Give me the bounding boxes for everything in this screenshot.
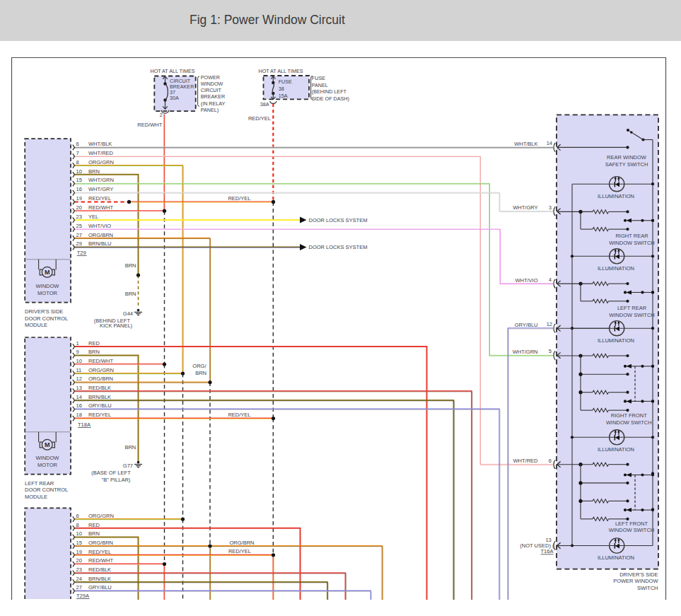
svg-text:6: 6 — [76, 513, 79, 519]
svg-text:BRN: BRN — [88, 168, 100, 175]
svg-text:RED/YEL: RED/YEL — [228, 548, 251, 554]
svg-text:BREAKER: BREAKER — [201, 93, 225, 100]
svg-text:RED/YEL: RED/YEL — [228, 412, 250, 418]
svg-text:6: 6 — [549, 458, 552, 464]
svg-text:RED/YEL: RED/YEL — [88, 412, 111, 418]
svg-text:38A: 38A — [260, 101, 269, 107]
svg-text:PANEL: PANEL — [312, 82, 328, 88]
svg-text:ILLUMINATION: ILLUMINATION — [598, 337, 634, 344]
svg-text:RED/WHT: RED/WHT — [137, 122, 162, 128]
svg-text:KICK PANEL): KICK PANEL) — [100, 322, 133, 329]
svg-text:BRN: BRN — [125, 291, 136, 297]
svg-text:RED/BLK: RED/BLK — [88, 385, 111, 391]
svg-text:20: 20 — [76, 557, 82, 564]
svg-text:T16A: T16A — [541, 548, 554, 554]
svg-text:ORG/: ORG/ — [192, 363, 206, 369]
svg-text:BRN: BRN — [125, 262, 136, 269]
svg-text:BRN: BRN — [124, 444, 136, 451]
svg-text:LEFT FRONT: LEFT FRONT — [615, 521, 648, 527]
svg-text:WINDOW SWITCH: WINDOW SWITCH — [606, 419, 652, 426]
svg-text:WINDOW: WINDOW — [201, 81, 223, 87]
svg-text:HOT AT ALL TIMES: HOT AT ALL TIMES — [258, 68, 303, 74]
svg-text:T29: T29 — [77, 250, 86, 256]
svg-text:19: 19 — [76, 195, 82, 202]
svg-text:DRIVER'S SIDE: DRIVER'S SIDE — [25, 308, 63, 315]
svg-text:WHT/GRN: WHT/GRN — [88, 177, 114, 183]
svg-text:ORG/BRN: ORG/BRN — [88, 540, 113, 546]
svg-text:WHT/BLK: WHT/BLK — [88, 141, 112, 147]
svg-text:38: 38 — [279, 86, 284, 92]
svg-text:DRIVER'S SIDE: DRIVER'S SIDE — [619, 571, 658, 578]
svg-text:MODULE: MODULE — [25, 322, 47, 328]
svg-text:LEFT REAR: LEFT REAR — [25, 480, 54, 487]
svg-text:5: 5 — [549, 348, 552, 354]
svg-text:WINDOW: WINDOW — [36, 283, 60, 289]
svg-text:RIGHT FRONT: RIGHT FRONT — [611, 412, 648, 419]
svg-text:(IN RELAY: (IN RELAY — [201, 100, 226, 107]
svg-text:11: 11 — [76, 367, 82, 373]
svg-text:23: 23 — [76, 214, 82, 220]
svg-text:20: 20 — [76, 204, 82, 211]
svg-text:RED/WHT: RED/WHT — [88, 557, 113, 564]
svg-text:15: 15 — [76, 177, 82, 183]
svg-text:27: 27 — [76, 584, 82, 591]
svg-text:15: 15 — [76, 540, 82, 546]
svg-text:M: M — [45, 269, 50, 276]
svg-text:WHT/RED: WHT/RED — [513, 458, 539, 464]
svg-text:14: 14 — [547, 140, 552, 146]
svg-text:ILLUMINATION: ILLUMINATION — [598, 446, 634, 453]
svg-text:23: 23 — [76, 566, 82, 573]
svg-text:MOTOR: MOTOR — [37, 290, 57, 296]
svg-text:12: 12 — [547, 321, 552, 327]
svg-text:RED/YEL: RED/YEL — [228, 195, 250, 202]
svg-text:GRY/BLU: GRY/BLU — [88, 402, 112, 409]
svg-text:27: 27 — [76, 232, 82, 238]
svg-text:ORG/GRN: ORG/GRN — [88, 513, 114, 519]
svg-text:13: 13 — [76, 385, 82, 391]
svg-text:(BASE OF LEFT: (BASE OF LEFT — [91, 470, 131, 476]
svg-text:10: 10 — [76, 530, 82, 537]
svg-text:ILLUMINATION: ILLUMINATION — [598, 193, 634, 199]
svg-text:GRY/BLU: GRY/BLU — [515, 322, 538, 328]
svg-text:SIDE OF DASH): SIDE OF DASH) — [312, 95, 349, 102]
svg-text:BRN: BRN — [88, 530, 100, 537]
svg-text:WHT/BLK: WHT/BLK — [514, 141, 537, 147]
svg-text:RED/WHT: RED/WHT — [88, 358, 113, 364]
svg-text:BRN: BRN — [195, 370, 206, 376]
svg-text:16: 16 — [76, 402, 82, 409]
svg-text:"B" PILLAR): "B" PILLAR) — [102, 477, 131, 483]
svg-text:SWITCH: SWITCH — [637, 585, 658, 591]
svg-text:POWER WINDOW: POWER WINDOW — [613, 578, 658, 584]
svg-text:MOTOR: MOTOR — [37, 462, 57, 468]
svg-text:RIGHT REAR: RIGHT REAR — [615, 233, 648, 239]
svg-text:10: 10 — [76, 168, 82, 175]
svg-text:16: 16 — [76, 186, 82, 192]
svg-text:BRN/BLU: BRN/BLU — [88, 240, 112, 247]
svg-text:6: 6 — [76, 141, 79, 147]
svg-text:24: 24 — [76, 576, 82, 582]
svg-text:DOOR LOCKS SYSTEM: DOOR LOCKS SYSTEM — [309, 244, 368, 250]
svg-text:WINDOW SWITCH: WINDOW SWITCH — [609, 240, 655, 246]
svg-text:WHT/VIO: WHT/VIO — [88, 223, 111, 229]
svg-text:M: M — [45, 441, 50, 448]
svg-text:G77: G77 — [123, 463, 133, 469]
svg-text:2: 2 — [160, 112, 163, 118]
svg-text:YEL: YEL — [88, 214, 98, 220]
svg-text:BRN/BLK: BRN/BLK — [88, 394, 111, 400]
svg-text:ILLUMINATION: ILLUMINATION — [598, 265, 634, 272]
svg-text:RED/YEL: RED/YEL — [88, 195, 111, 202]
svg-text:POWER: POWER — [201, 74, 220, 81]
svg-text:HOT AT ALL TIMES: HOT AT ALL TIMES — [150, 68, 194, 74]
svg-text:T29A: T29A — [76, 593, 89, 599]
svg-text:RED/WHT: RED/WHT — [88, 204, 113, 211]
svg-text:18: 18 — [76, 412, 82, 418]
svg-text:WINDOW SWITCH: WINDOW SWITCH — [609, 527, 655, 533]
svg-text:8: 8 — [76, 159, 79, 165]
svg-text:ORG/BRN: ORG/BRN — [229, 540, 254, 546]
svg-text:WHT/GRY: WHT/GRY — [513, 204, 537, 211]
svg-text:RED: RED — [88, 522, 100, 528]
svg-text:ILLUMINATION: ILLUMINATION — [598, 554, 634, 561]
svg-text:RED/YEL: RED/YEL — [88, 549, 111, 555]
svg-text:8: 8 — [76, 522, 79, 528]
svg-text:15A: 15A — [279, 93, 288, 99]
